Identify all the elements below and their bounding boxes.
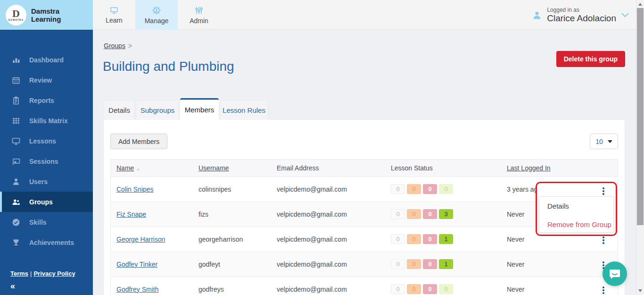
menu-item-details[interactable]: Details	[539, 197, 613, 215]
clipboard-icon	[11, 96, 21, 105]
member-last-logged-in: Never	[501, 252, 586, 277]
sidebar-item-label: Sessions	[29, 158, 58, 165]
privacy-policy-link[interactable]: Privacy Policy	[33, 270, 75, 277]
sidebar-item-label: Lessons	[29, 137, 56, 145]
page-title: Building and Plumbing	[103, 59, 234, 74]
status-badge-completed: 0	[439, 184, 453, 194]
column-header-email: Email Address	[277, 164, 319, 172]
scroll-down-arrow-icon[interactable]	[638, 289, 642, 292]
lesson-status-badges: 0 0 0 1	[391, 234, 501, 244]
status-badge-overdue: 0	[423, 284, 437, 294]
sidebar-item-label: Review	[29, 76, 52, 84]
sidebar-item-lessons[interactable]: Lessons	[0, 131, 93, 151]
status-badge-completed: 3	[439, 209, 453, 219]
member-name-link[interactable]: Godfey Tinker	[116, 261, 157, 268]
sidebar-collapse-button[interactable]: «	[10, 281, 15, 291]
damstra-logo: D DAMSTRA	[6, 5, 26, 25]
table-row: Godfey Tinker godfeyt velpicdemo@gmail.c…	[111, 252, 618, 277]
menu-item-remove-from-group[interactable]: Remove from Group	[539, 215, 613, 234]
sidebar-item-groups[interactable]: Groups	[0, 192, 93, 212]
presentation-arrow-icon	[11, 157, 21, 166]
logo-letter: D	[12, 9, 20, 18]
page-scrollbar[interactable]	[636, 0, 644, 295]
tab-members[interactable]: Members	[180, 98, 219, 120]
status-badge-inprogress: 0	[407, 284, 421, 294]
member-email: velpicdemo@gmail.com	[271, 252, 385, 277]
status-badge-inprogress: 0	[407, 259, 421, 269]
topnav-learn[interactable]: Learn	[93, 0, 135, 30]
member-name-link[interactable]: George Harrison	[116, 236, 165, 243]
status-badge-notstarted: 0	[391, 209, 405, 219]
status-badge-overdue: 0	[423, 234, 437, 244]
tab-details[interactable]: Details	[104, 100, 135, 120]
sidebar-item-reports[interactable]: Reports	[0, 90, 93, 110]
tab-subgroups[interactable]: Subgroups	[136, 100, 179, 120]
sidebar-item-sessions[interactable]: Sessions	[0, 151, 93, 171]
member-last-logged-in: Never	[501, 277, 586, 295]
brand-header: D DAMSTRA Damstra Learning	[0, 0, 93, 30]
sidebar-nav: Dashboard Review Reports Skills Matrix	[0, 30, 93, 253]
sidebar-item-label: Skills Matrix	[29, 117, 68, 125]
top-nav: Learn Manage Admin	[93, 0, 220, 29]
status-badge-notstarted: 0	[391, 259, 405, 269]
sidebar-item-users[interactable]: Users	[0, 171, 93, 192]
status-badge-inprogress: 0	[407, 234, 421, 244]
monitor-icon	[109, 6, 119, 15]
sidebar-item-label: Skills	[29, 219, 47, 226]
app-window: D DAMSTRA Damstra Learning Dashboard Rev…	[0, 0, 644, 295]
page-size-value: 10	[595, 138, 603, 145]
user-menu[interactable]: Logged in as Clarice Adolacion	[532, 0, 629, 30]
logged-in-as-label: Logged in as	[547, 7, 616, 13]
main-content: Groups> Building and Plumbing Delete thi…	[93, 30, 636, 295]
add-members-button[interactable]: Add Members	[110, 134, 167, 149]
status-badge-inprogress: 0	[407, 184, 421, 194]
column-header-last-logged-in[interactable]: Last Logged In	[507, 164, 551, 172]
chat-bubble-icon	[609, 268, 621, 280]
kebab-menu-icon[interactable]	[601, 235, 606, 246]
kebab-menu-icon[interactable]	[601, 285, 606, 295]
member-name-link[interactable]: Fiz Snape	[116, 211, 146, 218]
status-badge-completed: 1	[439, 259, 453, 269]
topnav-label: Admin	[190, 17, 208, 25]
sidebar-item-review[interactable]: Review	[0, 70, 93, 90]
member-username: fizs	[193, 202, 271, 227]
page-size-select[interactable]: 10	[590, 134, 618, 149]
column-header-lesson-status: Lesson Status	[391, 164, 433, 172]
chevron-down-icon	[608, 140, 612, 143]
member-email: velpicdemo@gmail.com	[271, 277, 385, 295]
member-name-link[interactable]: Godfrey Smith	[116, 286, 158, 293]
breadcrumb-groups-link[interactable]: Groups	[104, 42, 125, 50]
lesson-status-badges: 0 0 0 0	[391, 184, 501, 194]
breadcrumb: Groups>	[104, 42, 132, 50]
sidebar-item-label: Achievements	[29, 239, 74, 246]
sort-asc-icon	[136, 168, 140, 170]
chat-button[interactable]	[603, 261, 627, 286]
breadcrumb-separator: >	[128, 42, 132, 50]
delete-group-button[interactable]: Delete this group	[556, 51, 625, 67]
sidebar-item-achievements[interactable]: Achievements	[0, 232, 93, 253]
terms-link[interactable]: Terms	[10, 270, 28, 277]
sidebar-item-dashboard[interactable]: Dashboard	[0, 50, 93, 70]
group-tabs: Details Subgroups Members Lesson Rules	[104, 98, 268, 120]
kebab-menu-icon[interactable]	[601, 185, 606, 197]
member-username: godfeyt	[193, 252, 271, 277]
scroll-up-arrow-icon[interactable]	[638, 3, 642, 6]
sidebar-item-skills[interactable]: Skills	[0, 212, 93, 232]
bar-chart-icon	[11, 55, 21, 65]
topnav-manage[interactable]: Manage	[135, 0, 178, 30]
grid-icon	[11, 116, 21, 126]
topnav-admin[interactable]: Admin	[178, 0, 220, 30]
status-badge-completed: 0	[439, 284, 453, 294]
topnav-label: Learn	[106, 17, 123, 24]
sidebar-item-label: Reports	[29, 97, 54, 104]
user-info: Logged in as Clarice Adolacion	[547, 7, 616, 24]
member-name-link[interactable]: Colin Snipes	[116, 185, 154, 193]
scrollbar-thumb[interactable]	[637, 8, 644, 225]
status-badge-overdue: 0	[423, 259, 437, 269]
tab-lesson-rules[interactable]: Lesson Rules	[220, 100, 268, 120]
column-header-name[interactable]: Name	[116, 164, 134, 172]
topnav-label: Manage	[145, 17, 169, 25]
sidebar-item-skills-matrix[interactable]: Skills Matrix	[0, 110, 93, 131]
chevron-down-icon	[621, 12, 629, 18]
column-header-username[interactable]: Username	[198, 164, 229, 172]
